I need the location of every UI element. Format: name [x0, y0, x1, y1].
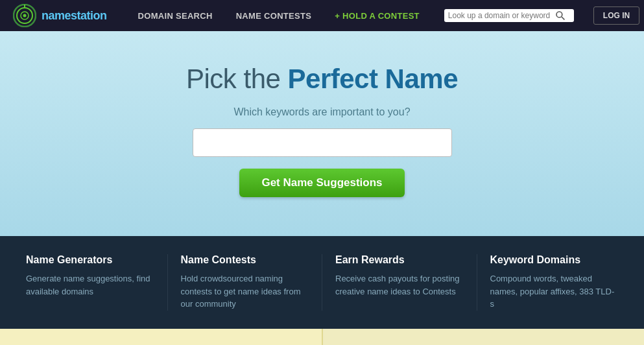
site-header: namestation DOMAIN SEARCH NAME CONTESTS … [0, 0, 644, 31]
svg-point-3 [23, 14, 27, 18]
stat-contests-held: 7565 name contests held [323, 329, 645, 346]
stat-names-generated: 130,000,000 names generated monthly [0, 329, 323, 346]
nav-hold-contest[interactable]: + HOLD A CONTEST [323, 0, 431, 31]
svg-line-6 [562, 17, 564, 19]
main-nav: DOMAIN SEARCH NAME CONTESTS + HOLD A CON… [126, 0, 431, 31]
feature-keyword-domains: Keyword Domains Compound words, tweaked … [477, 254, 632, 311]
feature-name-contests-desc: Hold crowdsourced naming contests to get… [181, 272, 309, 311]
feature-name-generators-title: Name Generators [26, 254, 154, 266]
nav-name-contests[interactable]: NAME CONTESTS [224, 0, 324, 31]
svg-point-5 [556, 12, 562, 18]
get-names-button[interactable]: Get Name Suggestions [239, 169, 404, 197]
domain-search-input[interactable] [448, 11, 555, 20]
feature-keyword-domains-desc: Compound words, tweaked names, popular a… [490, 272, 619, 311]
feature-name-generators: Name Generators Generate name suggestion… [13, 254, 168, 311]
feature-earn-rewards-title: Earn Rewards [335, 254, 464, 266]
logo-text: namestation [42, 9, 107, 23]
keyword-input[interactable] [193, 128, 452, 157]
feature-earn-rewards-desc: Receive cash payouts for posting creativ… [335, 272, 464, 298]
logo-icon [13, 4, 36, 27]
domain-search-bar[interactable] [444, 9, 574, 22]
hero-subtitle: Which keywords are important to you? [13, 106, 631, 118]
login-button[interactable]: LOG IN [593, 6, 639, 25]
auth-buttons: LOG IN SIGN UP [593, 6, 644, 25]
hero-section: Pick the Perfect Name Which keywords are… [0, 31, 644, 236]
feature-earn-rewards: Earn Rewards Receive cash payouts for po… [322, 254, 477, 311]
nav-domain-search[interactable]: DOMAIN SEARCH [126, 0, 224, 31]
feature-name-contests-title: Name Contests [181, 254, 309, 266]
feature-name-contests: Name Contests Hold crowdsourced naming c… [168, 254, 323, 311]
stats-section: 130,000,000 names generated monthly 7565… [0, 329, 644, 346]
feature-keyword-domains-title: Keyword Domains [490, 254, 619, 266]
logo[interactable]: namestation [13, 4, 107, 27]
feature-name-generators-desc: Generate name suggestions, find availabl… [26, 272, 154, 298]
search-icon [555, 10, 566, 21]
hero-title: Pick the Perfect Name [13, 64, 631, 95]
features-section: Name Generators Generate name suggestion… [0, 236, 644, 329]
